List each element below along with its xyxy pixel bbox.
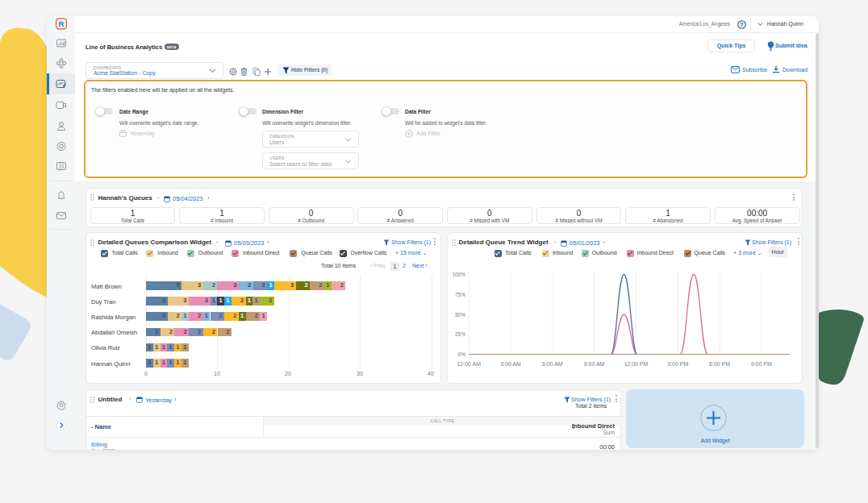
svg-text:9:00 AM: 9:00 AM [584, 361, 605, 367]
svg-text:0%: 0% [458, 351, 466, 357]
svg-text:75%: 75% [455, 292, 465, 297]
svg-text:R: R [58, 19, 64, 28]
svg-text:12:00 AM: 12:00 AM [457, 361, 481, 367]
svg-text:50%: 50% [455, 312, 465, 318]
svg-text:12:00 PM: 12:00 PM [624, 361, 648, 367]
svg-text:3:00 AM: 3:00 AM [500, 361, 521, 367]
svg-text:6:00 PM: 6:00 PM [709, 361, 730, 367]
svg-text:100%: 100% [452, 272, 465, 277]
svg-text:25%: 25% [455, 331, 465, 337]
svg-text:6:00 AM: 6:00 AM [542, 361, 563, 367]
svg-text:3:00 PM: 3:00 PM [667, 361, 688, 367]
svg-text:?: ? [740, 22, 743, 27]
svg-text:9:00 PM: 9:00 PM [751, 361, 772, 367]
